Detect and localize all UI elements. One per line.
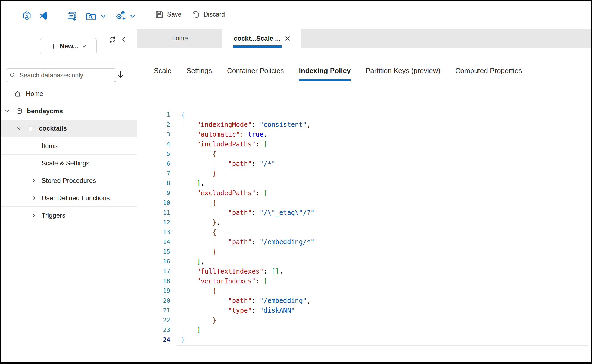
code-line-24[interactable]: 24} bbox=[137, 335, 591, 345]
chevron-down-icon[interactable] bbox=[16, 125, 23, 132]
code-line-16[interactable]: 16 ], bbox=[137, 257, 591, 266]
indent-guide bbox=[183, 149, 183, 159]
code-line-17[interactable]: 17 "fullTextIndexes": [], bbox=[137, 266, 591, 276]
line-number: 17 bbox=[137, 266, 170, 276]
tree-item-stored-procedures[interactable]: Stored Procedures bbox=[1, 172, 137, 189]
chevron-down-icon[interactable] bbox=[4, 108, 11, 114]
new-container-button[interactable] bbox=[67, 11, 77, 21]
line-content[interactable]: { bbox=[181, 149, 591, 159]
code-line-2[interactable]: 2 "indexingMode": "consistent", bbox=[137, 120, 591, 130]
tree-item-bendaycms[interactable]: bendaycms bbox=[1, 102, 137, 120]
subtab-settings[interactable]: Settings bbox=[186, 67, 212, 81]
indent-guide bbox=[214, 237, 214, 247]
tree-item-cocktails[interactable]: cocktails bbox=[1, 120, 137, 137]
line-content[interactable]: ] bbox=[181, 325, 591, 335]
code-line-12[interactable]: 12 }, bbox=[137, 218, 591, 227]
indent-guide bbox=[183, 139, 183, 149]
line-content[interactable]: } bbox=[181, 335, 591, 345]
json-editor[interactable]: 1{2 "indexingMode": "consistent",3 "auto… bbox=[137, 110, 591, 345]
code-line-23[interactable]: 23 ] bbox=[137, 325, 591, 335]
line-content[interactable]: "excludedPaths": [ bbox=[181, 188, 591, 198]
chevron-right-icon[interactable] bbox=[31, 178, 37, 184]
line-content[interactable]: ], bbox=[181, 178, 591, 188]
settings-gears-button[interactable] bbox=[115, 10, 126, 22]
subtab-indexing-policy[interactable]: Indexing Policy bbox=[299, 67, 351, 81]
line-content[interactable]: } bbox=[181, 315, 591, 325]
code-line-21[interactable]: 21 "type": "diskANN" bbox=[137, 306, 591, 315]
chevron-right-icon[interactable] bbox=[31, 212, 37, 218]
code-line-3[interactable]: 3 "automatic": true, bbox=[137, 130, 591, 139]
toolbar: Save Discard bbox=[1, 1, 591, 29]
browse-dropdown-chevron-icon[interactable] bbox=[100, 14, 106, 18]
subtab-container-policies[interactable]: Container Policies bbox=[227, 67, 284, 81]
line-content[interactable]: "automatic": true, bbox=[181, 130, 591, 139]
code-line-7[interactable]: 7 } bbox=[137, 169, 591, 178]
tree-item-triggers[interactable]: Triggers bbox=[1, 207, 137, 224]
close-tab-button[interactable] bbox=[283, 34, 292, 43]
search-box[interactable] bbox=[6, 68, 116, 82]
code-line-8[interactable]: 8 ], bbox=[137, 178, 591, 188]
subtab-partition-keys[interactable]: Partition Keys (preview) bbox=[366, 67, 440, 81]
code-line-1[interactable]: 1{ bbox=[137, 110, 591, 120]
line-content[interactable]: "includedPaths": [ bbox=[181, 139, 591, 149]
indent-guide bbox=[183, 257, 183, 266]
line-content[interactable]: "path": "/*" bbox=[181, 159, 591, 169]
tree-item-home[interactable]: Home bbox=[1, 85, 137, 102]
code-line-6[interactable]: 6 "path": "/*" bbox=[137, 159, 591, 169]
new-container-icon bbox=[67, 11, 77, 21]
line-number: 13 bbox=[137, 227, 170, 237]
save-button[interactable]: Save bbox=[155, 10, 181, 19]
tree-item-scale-settings[interactable]: Scale & Settings bbox=[1, 155, 137, 172]
line-content[interactable]: "path": "/\"_etag\"/?" bbox=[181, 208, 591, 218]
code-line-10[interactable]: 10 { bbox=[137, 198, 591, 208]
line-content[interactable]: "vectorIndexes": [ bbox=[181, 276, 591, 286]
collapse-sidebar-button[interactable] bbox=[120, 36, 127, 43]
code-line-15[interactable]: 15 } bbox=[137, 247, 591, 257]
code-line-19[interactable]: 19 { bbox=[137, 286, 591, 296]
line-content[interactable]: "path": "/embedding", bbox=[181, 296, 591, 306]
load-all-button[interactable] bbox=[117, 70, 125, 79]
code-line-14[interactable]: 14 "path": "/embedding/*" bbox=[137, 237, 591, 247]
discard-button[interactable]: Discard bbox=[191, 10, 225, 19]
tree-item-label: bendaycms bbox=[27, 107, 63, 115]
chevron-left-icon bbox=[120, 36, 127, 43]
subtab-scale[interactable]: Scale bbox=[154, 67, 172, 81]
container-icon bbox=[27, 125, 35, 132]
vscode-button[interactable] bbox=[39, 11, 48, 20]
code-line-18[interactable]: 18 "vectorIndexes": [ bbox=[137, 276, 591, 286]
browse-folder-button[interactable] bbox=[86, 11, 96, 21]
line-content[interactable]: { bbox=[181, 110, 591, 120]
line-content[interactable]: { bbox=[181, 227, 591, 237]
refresh-button[interactable] bbox=[108, 36, 117, 44]
code-line-11[interactable]: 11 "path": "/\"_etag\"/?" bbox=[137, 208, 591, 218]
search-input[interactable] bbox=[19, 71, 113, 79]
line-content[interactable]: } bbox=[181, 169, 591, 178]
tree-item-user-defined-functions[interactable]: User Defined Functions bbox=[1, 189, 137, 207]
line-content[interactable]: ], bbox=[181, 257, 591, 266]
line-content[interactable]: { bbox=[181, 198, 591, 208]
subtab-computed-properties[interactable]: Computed Properties bbox=[455, 67, 522, 81]
code-line-9[interactable]: 9 "excludedPaths": [ bbox=[137, 188, 591, 198]
line-content[interactable]: { bbox=[181, 286, 591, 296]
line-content[interactable]: "type": "diskANN" bbox=[181, 306, 591, 315]
code-lines: 1{2 "indexingMode": "consistent",3 "auto… bbox=[137, 110, 591, 345]
code-line-20[interactable]: 20 "path": "/embedding", bbox=[137, 296, 591, 306]
line-content[interactable]: "fullTextIndexes": [], bbox=[181, 266, 591, 276]
code-line-13[interactable]: 13 { bbox=[137, 227, 591, 237]
line-content[interactable]: "path": "/embedding/*" bbox=[181, 237, 591, 247]
code-line-5[interactable]: 5 { bbox=[137, 149, 591, 159]
new-button[interactable]: New... bbox=[40, 38, 97, 54]
refresh-icon bbox=[108, 36, 117, 44]
tab-cocktails-scale-settings[interactable]: cockt...Scale ... bbox=[222, 29, 301, 48]
tab-home[interactable]: Home bbox=[137, 29, 222, 48]
line-content[interactable]: } bbox=[181, 247, 591, 257]
code-line-22[interactable]: 22 } bbox=[137, 315, 591, 325]
line-content[interactable]: "indexingMode": "consistent", bbox=[181, 120, 591, 130]
tree-item-items[interactable]: Items bbox=[1, 137, 137, 155]
data-explorer-logo-button[interactable] bbox=[22, 11, 32, 20]
chevron-right-icon[interactable] bbox=[31, 195, 37, 201]
code-line-4[interactable]: 4 "includedPaths": [ bbox=[137, 139, 591, 149]
settings-dropdown-chevron-icon[interactable] bbox=[130, 14, 136, 18]
line-content[interactable]: }, bbox=[181, 218, 591, 227]
sidebar-header: New... bbox=[1, 29, 137, 64]
